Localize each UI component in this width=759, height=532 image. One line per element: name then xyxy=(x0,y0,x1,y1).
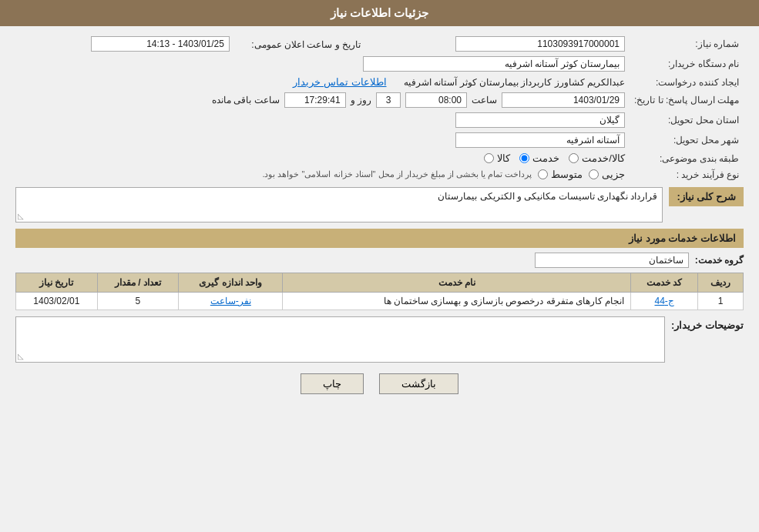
send-days-label: روز و xyxy=(351,95,371,105)
buyer-note-label: توضیحات خریدار: xyxy=(671,316,744,331)
page-wrapper: جزئیات اطلاعات نیاز شماره نیاز: 11030939… xyxy=(0,0,759,532)
description-value: قرارداد نگهداری تاسیسات مکانیکی و الکتری… xyxy=(438,191,657,202)
requester-org-value: بیمارستان کوثر آستانه اشرفیه xyxy=(363,56,625,72)
category-option-kala[interactable]: کالا xyxy=(484,152,510,164)
service-group-value: ساختمان xyxy=(535,253,689,268)
category-kala-label: کالا xyxy=(497,152,510,164)
cell-row: 1 xyxy=(698,293,744,310)
creator-link[interactable]: اطلاعات تماس خریدار xyxy=(293,76,386,88)
category-kala-khadamat-radio[interactable] xyxy=(569,153,579,163)
process-row: نوع فرآیند خرید : جزیی متوسط پرداخت xyxy=(15,166,744,182)
requester-org-value-cell: بیمارستان کوثر آستانه اشرفیه xyxy=(15,54,630,74)
cell-date: 1403/02/01 xyxy=(16,293,98,310)
services-table-body: 1ج-44انجام کارهای متفرقه درخصوص بازسازی … xyxy=(16,293,744,310)
main-content: شماره نیاز: 1103093917000001 تاریخ و ساع… xyxy=(0,26,759,410)
col-unit: واحد اندازه گیری xyxy=(179,273,283,293)
category-row: طبقه بندی موضوعی: کالا/خدمت خدمت xyxy=(15,150,744,166)
remaining-label: ساعت باقی مانده xyxy=(212,95,280,105)
requester-org-label: نام دستگاه خریدار: xyxy=(630,54,744,74)
bottom-buttons: بازگشت چاپ xyxy=(15,373,744,394)
city-label: شهر محل تحویل: xyxy=(630,130,744,150)
process-options-cell: جزیی متوسط پرداخت تمام یا بخشی از مبلغ خ… xyxy=(15,166,630,182)
process-label: نوع فرآیند خرید : xyxy=(630,166,744,182)
col-name: نام خدمت xyxy=(283,273,631,293)
category-kala-radio[interactable] xyxy=(484,153,494,163)
col-date: تاریخ نیاز xyxy=(16,273,98,293)
description-area: قرارداد نگهداری تاسیسات مکانیکی و الکتری… xyxy=(15,187,663,223)
city-value-cell: آستانه اشرفیه xyxy=(15,130,630,150)
cell-quantity: 5 xyxy=(97,293,179,310)
service-group-label: گروه خدمت: xyxy=(695,255,744,266)
back-button[interactable]: بازگشت xyxy=(379,373,458,394)
send-date-time-row: 1403/01/29 ساعت 08:00 3 روز و 17:29:41 س… xyxy=(20,92,625,108)
city-value: آستانه اشرفیه xyxy=(455,132,625,148)
category-option-khadamat[interactable]: خدمت xyxy=(519,152,559,164)
announce-date-label: تاریخ و ساعت اعلان عمومی: xyxy=(251,39,361,50)
buyer-note-section: توضیحات خریدار: ◺ xyxy=(15,316,744,363)
category-khadamat-radio[interactable] xyxy=(519,153,529,163)
services-section-title: اطلاعات خدمات مورد نیاز xyxy=(15,229,744,248)
category-options-cell: کالا/خدمت خدمت کالا xyxy=(15,150,630,166)
info-main-table: شماره نیاز: 1103093917000001 تاریخ و ساع… xyxy=(15,34,744,182)
cell-code: ج-44 xyxy=(631,293,698,310)
process-motavasset-label: متوسط xyxy=(551,169,583,180)
page-title: جزئیات اطلاعات نیاز xyxy=(331,6,428,19)
announce-date-value: 1403/01/25 - 14:13 xyxy=(91,36,230,52)
need-number-row: شماره نیاز: 1103093917000001 تاریخ و ساع… xyxy=(15,34,744,54)
need-number-label: شماره نیاز: xyxy=(630,34,744,54)
process-motavasset-radio[interactable] xyxy=(538,169,548,179)
send-date-label: مهلت ارسال پاسخ: تا تاریخ: xyxy=(630,90,744,110)
category-radio-group: کالا/خدمت خدمت کالا xyxy=(20,152,625,164)
process-jozi-label: جزیی xyxy=(602,169,625,180)
creator-row: ایجاد کننده درخواست: عبدالکریم کشاورز کا… xyxy=(15,74,744,90)
send-days-value: 3 xyxy=(376,92,401,108)
services-table-header: ردیف کد خدمت نام خدمت واحد اندازه گیری ت… xyxy=(16,273,744,293)
process-option-jozi[interactable]: جزیی xyxy=(589,169,625,180)
print-button[interactable]: چاپ xyxy=(301,373,364,394)
buyer-note-resize-icon: ◺ xyxy=(18,352,24,360)
col-quantity: تعداد / مقدار xyxy=(97,273,179,293)
send-time-value: 08:00 xyxy=(405,92,467,108)
need-number-value: 1103093917000001 xyxy=(455,36,625,52)
announce-date-value-cell: 1403/01/25 - 14:13 xyxy=(15,34,234,54)
need-number-value-cell: 1103093917000001 xyxy=(365,34,630,54)
send-date-row: مهلت ارسال پاسخ: تا تاریخ: 1403/01/29 سا… xyxy=(15,90,744,110)
city-row: شهر محل تحویل: آستانه اشرفیه xyxy=(15,130,744,150)
services-table-header-row: ردیف کد خدمت نام خدمت واحد اندازه گیری ت… xyxy=(16,273,744,293)
description-section: شرح کلی نیاز: قرارداد نگهداری تاسیسات مک… xyxy=(15,187,744,223)
creator-value: عبدالکریم کشاورز کاربرداز بیمارستان کوثر… xyxy=(404,77,625,88)
province-row: استان محل تحویل: گیلان xyxy=(15,110,744,130)
category-option-kala-khadamat[interactable]: کالا/خدمت xyxy=(569,152,625,164)
buyer-note-box[interactable]: ◺ xyxy=(15,316,665,363)
remaining-value: 17:29:41 xyxy=(284,92,346,108)
cell-unit: نفر-ساعت xyxy=(179,293,283,310)
table-row: 1ج-44انجام کارهای متفرقه درخصوص بازسازی … xyxy=(16,293,744,310)
province-value: گیلان xyxy=(455,112,625,128)
send-date-value: 1403/01/29 xyxy=(502,92,625,108)
category-kala-khadamat-label: کالا/خدمت xyxy=(582,152,625,164)
province-value-cell: گیلان xyxy=(15,110,630,130)
announce-date-label-cell: تاریخ و ساعت اعلان عمومی: xyxy=(234,34,365,54)
col-row: ردیف xyxy=(698,273,744,293)
service-group-row: گروه خدمت: ساختمان xyxy=(15,253,744,268)
services-table: ردیف کد خدمت نام خدمت واحد اندازه گیری ت… xyxy=(15,273,744,310)
category-khadamat-label: خدمت xyxy=(532,152,559,164)
description-resize-icon: ◺ xyxy=(18,212,24,220)
process-option-motavasset[interactable]: متوسط xyxy=(538,169,583,180)
creator-value-cell: عبدالکریم کشاورز کاربرداز بیمارستان کوثر… xyxy=(15,74,630,90)
process-jozi-radio[interactable] xyxy=(589,169,599,179)
process-options-group: جزیی متوسط پرداخت تمام یا بخشی از مبلغ خ… xyxy=(20,169,625,180)
province-label: استان محل تحویل: xyxy=(630,110,744,130)
send-time-label: ساعت xyxy=(472,95,497,105)
send-date-fields: 1403/01/29 ساعت 08:00 3 روز و 17:29:41 س… xyxy=(15,90,630,110)
page-header: جزئیات اطلاعات نیاز xyxy=(0,0,759,26)
requester-org-row: نام دستگاه خریدار: بیمارستان کوثر آستانه… xyxy=(15,54,744,74)
description-label: شرح کلی نیاز: xyxy=(669,187,744,206)
col-code: کد خدمت xyxy=(631,273,698,293)
creator-label: ایجاد کننده درخواست: xyxy=(630,74,744,90)
process-note: پرداخت تمام یا بخشی از مبلغ خریدار از مح… xyxy=(262,169,532,179)
category-label: طبقه بندی موضوعی: xyxy=(630,150,744,166)
cell-name: انجام کارهای متفرقه درخصوص بازسازی و بهس… xyxy=(283,293,631,310)
